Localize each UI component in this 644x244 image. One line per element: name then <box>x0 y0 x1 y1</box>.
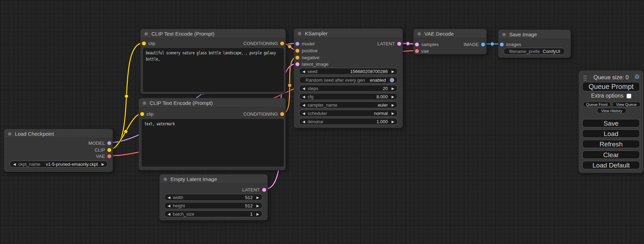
batch-size-widget[interactable]: ◀ batch_size 1 ▶ <box>164 210 263 217</box>
latent-input-dot-icon[interactable] <box>295 62 299 66</box>
node-graph-canvas[interactable]: Load Checkpoint MODEL CLIP VAE ◀ ckpt_na… <box>0 0 644 244</box>
seed-widget[interactable]: ◀ seed 156680208700286 ▶ <box>299 68 398 75</box>
denoise-widget[interactable]: ◀ denoise 1.000 ▶ <box>299 118 398 125</box>
conditioning-input-dot-icon[interactable] <box>295 56 299 60</box>
input-slot-latent-image[interactable]: latent_image <box>295 61 328 67</box>
input-slot-clip[interactable]: clip <box>142 40 155 46</box>
input-slot-negative[interactable]: negative <box>295 54 319 61</box>
ckpt-name-widget[interactable]: ◀ ckpt_name v1-5-pruned-emaonly.ckpt ▶ <box>10 161 108 168</box>
queue-control-panel[interactable]: Queue size: 0 ⚙ Queue Prompt Extra optio… <box>579 70 644 173</box>
node-clip-text-encode-positive[interactable]: CLIP Text Encode (Prompt) clip CONDITION… <box>140 29 286 94</box>
output-slot-vae[interactable]: VAE <box>96 153 111 159</box>
increment-arrow-icon[interactable]: ▶ <box>102 162 104 166</box>
decrement-arrow-icon[interactable]: ◀ <box>302 95 305 99</box>
height-widget[interactable]: ◀ height 512 ▶ <box>164 202 263 209</box>
width-widget[interactable]: ◀ width 512 ▶ <box>164 194 263 201</box>
queue-front-button[interactable]: Queue Front <box>583 102 611 107</box>
output-slot-clip[interactable]: CLIP <box>95 147 111 153</box>
node-clip-text-encode-negative[interactable]: CLIP Text Encode (Prompt) clip CONDITION… <box>139 98 286 170</box>
image-input-dot-icon[interactable] <box>500 43 504 46</box>
collapse-dot-icon[interactable] <box>144 32 148 36</box>
collapse-dot-icon[interactable] <box>8 132 11 136</box>
input-slot-samples[interactable]: samples <box>415 41 439 47</box>
collapse-dot-icon[interactable] <box>417 32 421 36</box>
decrement-arrow-icon[interactable]: ◀ <box>13 162 16 166</box>
steps-widget[interactable]: ◀ steps 20 ▶ <box>299 85 398 92</box>
increment-arrow-icon[interactable]: ▶ <box>391 120 394 124</box>
latent-output-dot-icon[interactable] <box>397 42 401 46</box>
node-title: CLIP Text Encode (Prompt) <box>139 98 285 108</box>
model-input-dot-icon[interactable] <box>295 42 299 46</box>
output-slot-image[interactable]: IMAGE <box>464 41 485 47</box>
sampler-name-widget[interactable]: ◀ sampler_name euler ▶ <box>299 101 398 108</box>
output-slot-latent[interactable]: LATENT <box>377 40 401 47</box>
decrement-arrow-icon[interactable]: ◀ <box>302 103 305 107</box>
clear-button[interactable]: Clear <box>582 151 640 159</box>
vae-input-dot-icon[interactable] <box>415 49 419 53</box>
clip-input-dot-icon[interactable] <box>140 112 144 116</box>
vae-output-dot-icon[interactable] <box>107 154 111 158</box>
output-slot-conditioning[interactable]: CONDITIONING <box>243 40 284 46</box>
input-slot-model[interactable]: model <box>295 40 315 47</box>
toggle-icon[interactable] <box>390 78 394 82</box>
queue-prompt-button[interactable]: Queue Prompt <box>582 82 640 91</box>
increment-arrow-icon[interactable]: ▶ <box>391 103 394 107</box>
image-output-dot-icon[interactable] <box>481 43 485 46</box>
node-load-checkpoint[interactable]: Load Checkpoint MODEL CLIP VAE ◀ ckpt_na… <box>4 129 113 172</box>
decrement-arrow-icon[interactable]: ◀ <box>302 111 305 115</box>
input-slot-clip[interactable]: clip <box>140 111 153 117</box>
cfg-widget[interactable]: ◀ cfg 8.000 ▶ <box>299 93 398 100</box>
conditioning-input-dot-icon[interactable] <box>295 49 299 53</box>
input-slot-positive[interactable]: positive <box>295 47 318 54</box>
increment-arrow-icon[interactable]: ▶ <box>391 70 394 73</box>
decrement-arrow-icon[interactable]: ◀ <box>302 87 305 90</box>
clip-input-dot-icon[interactable] <box>142 42 146 45</box>
collapse-dot-icon[interactable] <box>164 178 167 181</box>
node-save-image[interactable]: Save Image images filename_prefix ComfyU… <box>498 29 571 58</box>
increment-arrow-icon[interactable]: ▶ <box>391 95 394 99</box>
input-slot-vae[interactable]: vae <box>415 48 429 54</box>
increment-arrow-icon[interactable]: ▶ <box>256 212 259 216</box>
increment-arrow-icon[interactable]: ▶ <box>391 87 394 90</box>
load-default-button[interactable]: Load Default <box>582 161 640 169</box>
conditioning-output-dot-icon[interactable] <box>280 42 284 45</box>
increment-arrow-icon[interactable]: ▶ <box>256 204 259 208</box>
collapse-dot-icon[interactable] <box>298 32 301 35</box>
increment-arrow-icon[interactable]: ▶ <box>256 196 259 199</box>
filename-prefix-widget[interactable]: filename_prefix ComfyUI <box>503 48 565 55</box>
random-seed-widget[interactable]: Random seed after every gen enabled <box>299 76 398 83</box>
increment-arrow-icon[interactable]: ▶ <box>391 111 394 115</box>
model-output-dot-icon[interactable] <box>107 141 111 145</box>
latent-output-dot-icon[interactable] <box>262 188 266 192</box>
extra-options-label: Extra options <box>591 93 623 99</box>
prompt-textarea[interactable]: text, watermark <box>142 119 284 166</box>
output-slot-conditioning[interactable]: CONDITIONING <box>243 111 284 117</box>
latent-input-dot-icon[interactable] <box>415 43 419 46</box>
node-vae-decode[interactable]: VAE Decode samples vae IMAGE <box>413 29 487 54</box>
node-ksampler[interactable]: KSampler model positive negative latent_… <box>294 28 403 128</box>
scheduler-widget[interactable]: ◀ scheduler normal ▶ <box>299 110 398 117</box>
extra-options-checkbox[interactable] <box>627 94 631 98</box>
load-button[interactable]: Load <box>582 129 640 138</box>
conditioning-output-dot-icon[interactable] <box>280 112 284 116</box>
clip-output-dot-icon[interactable] <box>107 148 111 152</box>
collapse-dot-icon[interactable] <box>502 33 506 36</box>
save-button[interactable]: Save <box>582 119 640 127</box>
collapse-dot-icon[interactable] <box>143 101 146 105</box>
output-slot-latent[interactable]: LATENT <box>242 187 266 193</box>
node-empty-latent-image[interactable]: Empty Latent Image LATENT ◀ width 512 ▶ … <box>159 174 268 220</box>
prompt-textarea[interactable]: beautiful scenery nature glass bottle la… <box>143 48 284 92</box>
decrement-arrow-icon[interactable]: ◀ <box>302 120 305 124</box>
node-title: Save Image <box>499 30 571 39</box>
decrement-arrow-icon[interactable]: ◀ <box>168 212 170 216</box>
view-queue-button[interactable]: View Queue <box>612 102 641 107</box>
settings-gear-icon[interactable]: ⚙ <box>634 73 640 81</box>
input-slot-images[interactable]: images <box>500 41 521 47</box>
decrement-arrow-icon[interactable]: ◀ <box>302 70 305 73</box>
output-slot-model[interactable]: MODEL <box>88 140 111 146</box>
decrement-arrow-icon[interactable]: ◀ <box>168 196 170 199</box>
decrement-arrow-icon[interactable]: ◀ <box>168 204 170 208</box>
refresh-button[interactable]: Refresh <box>582 140 640 148</box>
view-history-button[interactable]: View History <box>597 108 626 113</box>
node-title: Empty Latent Image <box>160 174 267 184</box>
